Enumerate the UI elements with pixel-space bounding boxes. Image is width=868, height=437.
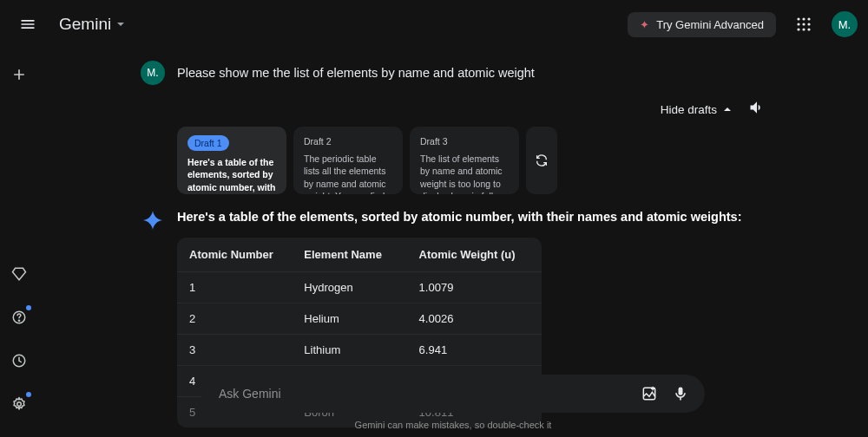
- app-title-text: Gemini: [59, 15, 111, 34]
- read-aloud-button[interactable]: [748, 99, 766, 120]
- mic-icon: [672, 385, 689, 402]
- svg-point-6: [797, 28, 799, 30]
- prompt-input[interactable]: [219, 387, 634, 401]
- td-element-name: Hydrogen: [304, 281, 418, 294]
- th-atomic-number: Atomic Number: [189, 248, 304, 261]
- history-icon: [11, 353, 27, 369]
- history-button[interactable]: [3, 345, 35, 376]
- header: Gemini ✦ Try Gemini Advanced M.: [0, 0, 868, 49]
- svg-point-4: [802, 23, 805, 25]
- svg-point-1: [802, 17, 805, 20]
- draft-cards: Draft 1 Here's a table of the elements, …: [177, 127, 766, 194]
- table-row: 3 Lithium 6.941: [177, 334, 542, 365]
- td-atomic-number: 3: [189, 343, 304, 356]
- plus-icon: [10, 66, 28, 83]
- menu-icon: [19, 16, 36, 33]
- sidebar-bottom: [3, 258, 35, 437]
- refresh-icon: [535, 153, 549, 167]
- apps-grid-icon: [796, 16, 812, 32]
- draft-card-3[interactable]: Draft 3 The list of elements by name and…: [410, 127, 519, 194]
- try-advanced-button[interactable]: ✦ Try Gemini Advanced: [628, 12, 776, 37]
- user-message-text: Please show me the list of elements by n…: [177, 66, 535, 80]
- draft-card-2[interactable]: Draft 2 The periodic table lists all the…: [293, 127, 403, 194]
- th-element-name: Element Name: [304, 248, 418, 261]
- table-row: 1 Hydrogen 1.0079: [177, 271, 542, 303]
- draft-card-1[interactable]: Draft 1 Here's a table of the elements, …: [177, 127, 286, 194]
- user-avatar[interactable]: M.: [832, 11, 858, 37]
- svg-point-10: [18, 320, 19, 321]
- upload-image-button[interactable]: [634, 378, 665, 409]
- svg-point-2: [807, 17, 810, 20]
- conversation: M. Please show me the list of elements b…: [132, 49, 774, 427]
- user-message-avatar: M.: [141, 61, 165, 85]
- gemini-avatar: [141, 208, 165, 232]
- sidebar-top: [3, 59, 35, 90]
- svg-point-3: [797, 23, 799, 25]
- apps-button[interactable]: [786, 7, 821, 42]
- chevron-up-icon: [722, 104, 733, 114]
- help-icon: [11, 310, 27, 325]
- table-row: 2 Helium 4.0026: [177, 303, 542, 334]
- notification-dot: [26, 392, 31, 397]
- draft-preview: The list of elements by name and atomic …: [420, 153, 509, 194]
- response-heading: Here's a table of the elements, sorted b…: [177, 208, 766, 225]
- new-chat-button[interactable]: [3, 59, 35, 90]
- svg-point-8: [807, 28, 810, 30]
- svg-point-5: [807, 23, 810, 25]
- avatar-initial: M.: [838, 18, 851, 31]
- gemini-spark-icon: [142, 210, 163, 231]
- svg-point-7: [802, 28, 805, 30]
- td-element-name: Helium: [304, 312, 418, 325]
- td-atomic-weight: 1.0079: [419, 281, 529, 294]
- regenerate-button[interactable]: [526, 127, 557, 194]
- td-atomic-weight: 6.941: [419, 343, 529, 356]
- td-atomic-number: 2: [189, 312, 304, 325]
- draft-preview: Here's a table of the elements, sorted b…: [187, 156, 276, 194]
- header-left: Gemini: [10, 7, 125, 42]
- settings-button[interactable]: [3, 388, 35, 420]
- menu-button[interactable]: [10, 7, 45, 42]
- td-element-name: Lithium: [304, 343, 418, 356]
- notification-dot: [26, 305, 31, 310]
- svg-point-0: [797, 17, 799, 20]
- draft-label: Draft 2: [304, 135, 332, 147]
- draft-preview: The periodic table lists all the element…: [304, 153, 392, 194]
- volume-icon: [748, 99, 766, 116]
- draft-label: Draft 1: [187, 135, 229, 151]
- table-header-row: Atomic Number Element Name Atomic Weight…: [177, 238, 542, 271]
- td-atomic-number: 1: [189, 281, 304, 294]
- svg-point-11: [17, 402, 22, 407]
- user-avatar-initial: M.: [147, 67, 158, 79]
- user-message-row: M. Please show me the list of elements b…: [141, 49, 766, 94]
- try-advanced-label: Try Gemini Advanced: [656, 18, 764, 31]
- caret-down-icon: [116, 20, 125, 29]
- diamond-icon: [11, 266, 27, 282]
- input-bar: [201, 375, 705, 413]
- header-right: ✦ Try Gemini Advanced M.: [628, 7, 858, 42]
- disclaimer-text: Gemini can make mistakes, so double-chec…: [38, 420, 868, 430]
- hide-drafts-toggle[interactable]: Hide drafts: [661, 103, 733, 116]
- hide-drafts-label: Hide drafts: [661, 103, 717, 116]
- drafts-toolbar: Hide drafts: [141, 94, 766, 127]
- image-icon: [641, 385, 658, 402]
- app-title-dropdown[interactable]: Gemini: [59, 15, 125, 34]
- sidebar: [0, 49, 38, 437]
- gear-icon: [11, 396, 27, 412]
- td-atomic-weight: 4.0026: [419, 312, 529, 325]
- draft-label: Draft 3: [420, 135, 448, 147]
- help-button[interactable]: [3, 302, 35, 333]
- sparkle-icon: ✦: [640, 18, 649, 31]
- mic-button[interactable]: [665, 378, 696, 409]
- gem-button[interactable]: [3, 258, 35, 290]
- th-atomic-weight: Atomic Weight (u): [419, 248, 529, 261]
